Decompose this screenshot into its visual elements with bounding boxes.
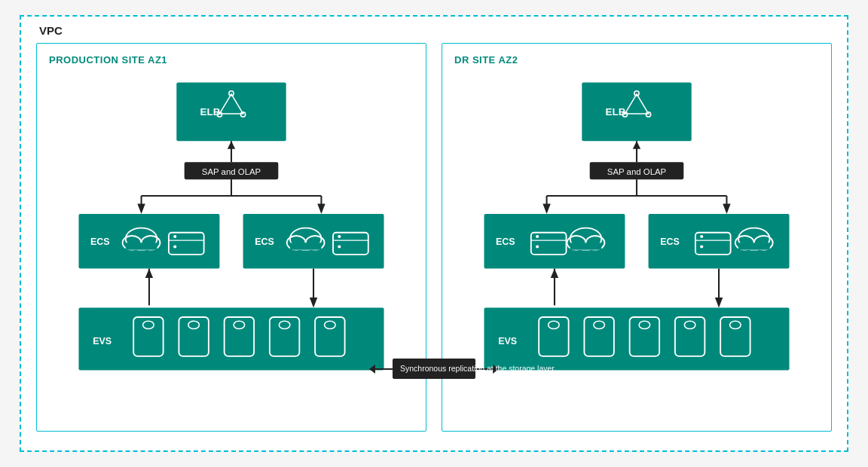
svg-rect-21 bbox=[126, 243, 157, 249]
svg-rect-87 bbox=[738, 243, 770, 249]
svg-rect-31 bbox=[290, 243, 322, 249]
production-site-box: PRODUCTION SITE AZ1 ELB SAP and OLAP bbox=[36, 43, 426, 432]
svg-text:ECS: ECS bbox=[90, 237, 110, 247]
svg-marker-65 bbox=[542, 203, 550, 214]
sync-connector: Synchronous replication at the storage l… bbox=[370, 359, 498, 379]
svg-text:SAP and OLAP: SAP and OLAP bbox=[202, 167, 261, 176]
svg-marker-7 bbox=[228, 141, 235, 148]
sync-label: Synchronous replication at the storage l… bbox=[393, 359, 475, 379]
svg-point-72 bbox=[536, 235, 539, 238]
dr-site-box: DR SITE AZ2 ELB SAP and OLAP bbox=[442, 43, 832, 432]
sync-left-line bbox=[370, 368, 393, 370]
vpc-label: VPC bbox=[36, 24, 832, 37]
svg-text:SAP and OLAP: SAP and OLAP bbox=[607, 167, 666, 176]
svg-marker-13 bbox=[137, 203, 145, 214]
svg-marker-39 bbox=[310, 298, 317, 308]
svg-point-83 bbox=[700, 245, 703, 248]
svg-marker-59 bbox=[633, 141, 640, 148]
svg-rect-77 bbox=[570, 243, 602, 249]
svg-marker-37 bbox=[145, 269, 153, 278]
dr-site-title: DR SITE AZ2 bbox=[454, 54, 819, 66]
production-site-title: PRODUCTION SITE AZ1 bbox=[49, 54, 414, 66]
svg-text:ECS: ECS bbox=[660, 237, 680, 247]
svg-point-82 bbox=[700, 235, 703, 238]
svg-point-24 bbox=[173, 235, 176, 238]
svg-point-73 bbox=[536, 245, 539, 248]
svg-text:ECS: ECS bbox=[496, 237, 515, 247]
svg-marker-91 bbox=[715, 298, 723, 308]
svg-point-34 bbox=[338, 235, 341, 238]
svg-marker-67 bbox=[723, 203, 730, 214]
svg-marker-15 bbox=[317, 203, 325, 214]
vpc-container: VPC PRODUCTION SITE AZ1 ELB SAP a bbox=[20, 15, 848, 452]
svg-point-25 bbox=[173, 245, 176, 248]
svg-point-35 bbox=[338, 245, 341, 248]
svg-text:ECS: ECS bbox=[255, 237, 274, 247]
sync-arrow-left bbox=[369, 365, 375, 374]
svg-text:EVS: EVS bbox=[93, 336, 112, 346]
svg-text:EVS: EVS bbox=[498, 336, 517, 346]
production-diagram: ELB SAP and OLAP bbox=[49, 75, 414, 419]
svg-marker-89 bbox=[551, 269, 558, 278]
